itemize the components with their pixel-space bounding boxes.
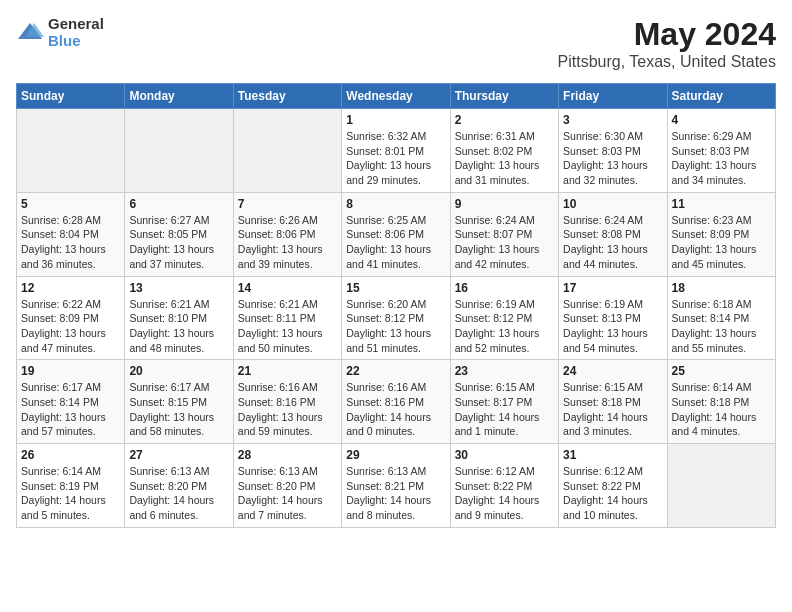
day-number: 1 (346, 113, 445, 127)
day-info: Sunrise: 6:17 AMSunset: 8:14 PMDaylight:… (21, 380, 120, 439)
calendar-cell: 7Sunrise: 6:26 AMSunset: 8:06 PMDaylight… (233, 192, 341, 276)
calendar-cell: 10Sunrise: 6:24 AMSunset: 8:08 PMDayligh… (559, 192, 667, 276)
calendar-cell: 4Sunrise: 6:29 AMSunset: 8:03 PMDaylight… (667, 109, 775, 193)
calendar-cell: 13Sunrise: 6:21 AMSunset: 8:10 PMDayligh… (125, 276, 233, 360)
day-number: 30 (455, 448, 554, 462)
calendar-cell: 25Sunrise: 6:14 AMSunset: 8:18 PMDayligh… (667, 360, 775, 444)
calendar-week-5: 26Sunrise: 6:14 AMSunset: 8:19 PMDayligh… (17, 444, 776, 528)
day-info: Sunrise: 6:24 AMSunset: 8:08 PMDaylight:… (563, 213, 662, 272)
calendar-cell: 9Sunrise: 6:24 AMSunset: 8:07 PMDaylight… (450, 192, 558, 276)
day-number: 16 (455, 281, 554, 295)
day-number: 3 (563, 113, 662, 127)
day-info: Sunrise: 6:12 AMSunset: 8:22 PMDaylight:… (455, 464, 554, 523)
day-number: 25 (672, 364, 771, 378)
header-tuesday: Tuesday (233, 84, 341, 109)
calendar-cell: 17Sunrise: 6:19 AMSunset: 8:13 PMDayligh… (559, 276, 667, 360)
header-monday: Monday (125, 84, 233, 109)
calendar-cell (233, 109, 341, 193)
day-info: Sunrise: 6:28 AMSunset: 8:04 PMDaylight:… (21, 213, 120, 272)
day-info: Sunrise: 6:25 AMSunset: 8:06 PMDaylight:… (346, 213, 445, 272)
header-sunday: Sunday (17, 84, 125, 109)
calendar-cell: 2Sunrise: 6:31 AMSunset: 8:02 PMDaylight… (450, 109, 558, 193)
day-info: Sunrise: 6:31 AMSunset: 8:02 PMDaylight:… (455, 129, 554, 188)
calendar-week-2: 5Sunrise: 6:28 AMSunset: 8:04 PMDaylight… (17, 192, 776, 276)
day-number: 24 (563, 364, 662, 378)
calendar-cell: 18Sunrise: 6:18 AMSunset: 8:14 PMDayligh… (667, 276, 775, 360)
calendar-cell: 30Sunrise: 6:12 AMSunset: 8:22 PMDayligh… (450, 444, 558, 528)
logo-icon (16, 19, 44, 47)
day-number: 26 (21, 448, 120, 462)
calendar-week-3: 12Sunrise: 6:22 AMSunset: 8:09 PMDayligh… (17, 276, 776, 360)
calendar-cell: 24Sunrise: 6:15 AMSunset: 8:18 PMDayligh… (559, 360, 667, 444)
day-info: Sunrise: 6:13 AMSunset: 8:20 PMDaylight:… (129, 464, 228, 523)
day-number: 23 (455, 364, 554, 378)
day-number: 5 (21, 197, 120, 211)
logo-text: General Blue (48, 16, 104, 49)
calendar-cell: 15Sunrise: 6:20 AMSunset: 8:12 PMDayligh… (342, 276, 450, 360)
calendar-cell: 31Sunrise: 6:12 AMSunset: 8:22 PMDayligh… (559, 444, 667, 528)
day-info: Sunrise: 6:13 AMSunset: 8:20 PMDaylight:… (238, 464, 337, 523)
day-number: 20 (129, 364, 228, 378)
day-number: 2 (455, 113, 554, 127)
day-number: 12 (21, 281, 120, 295)
logo: General Blue (16, 16, 104, 49)
calendar-cell: 11Sunrise: 6:23 AMSunset: 8:09 PMDayligh… (667, 192, 775, 276)
calendar-cell (17, 109, 125, 193)
calendar-cell: 27Sunrise: 6:13 AMSunset: 8:20 PMDayligh… (125, 444, 233, 528)
calendar-cell: 5Sunrise: 6:28 AMSunset: 8:04 PMDaylight… (17, 192, 125, 276)
day-info: Sunrise: 6:20 AMSunset: 8:12 PMDaylight:… (346, 297, 445, 356)
header-wednesday: Wednesday (342, 84, 450, 109)
calendar-cell: 14Sunrise: 6:21 AMSunset: 8:11 PMDayligh… (233, 276, 341, 360)
title-block: May 2024 Pittsburg, Texas, United States (558, 16, 776, 71)
calendar-cell (667, 444, 775, 528)
day-info: Sunrise: 6:19 AMSunset: 8:12 PMDaylight:… (455, 297, 554, 356)
day-number: 15 (346, 281, 445, 295)
day-info: Sunrise: 6:22 AMSunset: 8:09 PMDaylight:… (21, 297, 120, 356)
day-info: Sunrise: 6:13 AMSunset: 8:21 PMDaylight:… (346, 464, 445, 523)
day-info: Sunrise: 6:16 AMSunset: 8:16 PMDaylight:… (346, 380, 445, 439)
day-number: 18 (672, 281, 771, 295)
day-info: Sunrise: 6:21 AMSunset: 8:10 PMDaylight:… (129, 297, 228, 356)
day-number: 8 (346, 197, 445, 211)
logo-line1: General (48, 16, 104, 33)
calendar-cell: 23Sunrise: 6:15 AMSunset: 8:17 PMDayligh… (450, 360, 558, 444)
day-number: 11 (672, 197, 771, 211)
calendar-subtitle: Pittsburg, Texas, United States (558, 53, 776, 71)
calendar-cell: 26Sunrise: 6:14 AMSunset: 8:19 PMDayligh… (17, 444, 125, 528)
day-number: 6 (129, 197, 228, 211)
calendar-cell: 16Sunrise: 6:19 AMSunset: 8:12 PMDayligh… (450, 276, 558, 360)
day-info: Sunrise: 6:26 AMSunset: 8:06 PMDaylight:… (238, 213, 337, 272)
day-info: Sunrise: 6:18 AMSunset: 8:14 PMDaylight:… (672, 297, 771, 356)
calendar-cell: 12Sunrise: 6:22 AMSunset: 8:09 PMDayligh… (17, 276, 125, 360)
calendar-table: SundayMondayTuesdayWednesdayThursdayFrid… (16, 83, 776, 528)
day-number: 10 (563, 197, 662, 211)
day-number: 21 (238, 364, 337, 378)
day-number: 22 (346, 364, 445, 378)
calendar-cell: 20Sunrise: 6:17 AMSunset: 8:15 PMDayligh… (125, 360, 233, 444)
day-info: Sunrise: 6:16 AMSunset: 8:16 PMDaylight:… (238, 380, 337, 439)
calendar-cell: 21Sunrise: 6:16 AMSunset: 8:16 PMDayligh… (233, 360, 341, 444)
calendar-cell: 8Sunrise: 6:25 AMSunset: 8:06 PMDaylight… (342, 192, 450, 276)
day-number: 27 (129, 448, 228, 462)
day-info: Sunrise: 6:29 AMSunset: 8:03 PMDaylight:… (672, 129, 771, 188)
day-number: 17 (563, 281, 662, 295)
day-number: 9 (455, 197, 554, 211)
calendar-cell: 3Sunrise: 6:30 AMSunset: 8:03 PMDaylight… (559, 109, 667, 193)
day-info: Sunrise: 6:14 AMSunset: 8:19 PMDaylight:… (21, 464, 120, 523)
day-number: 19 (21, 364, 120, 378)
day-number: 7 (238, 197, 337, 211)
day-info: Sunrise: 6:23 AMSunset: 8:09 PMDaylight:… (672, 213, 771, 272)
day-number: 14 (238, 281, 337, 295)
calendar-week-1: 1Sunrise: 6:32 AMSunset: 8:01 PMDaylight… (17, 109, 776, 193)
calendar-cell: 22Sunrise: 6:16 AMSunset: 8:16 PMDayligh… (342, 360, 450, 444)
calendar-cell: 19Sunrise: 6:17 AMSunset: 8:14 PMDayligh… (17, 360, 125, 444)
calendar-title: May 2024 (558, 16, 776, 53)
page-header: General Blue May 2024 Pittsburg, Texas, … (16, 16, 776, 71)
day-info: Sunrise: 6:15 AMSunset: 8:17 PMDaylight:… (455, 380, 554, 439)
day-number: 31 (563, 448, 662, 462)
calendar-cell: 1Sunrise: 6:32 AMSunset: 8:01 PMDaylight… (342, 109, 450, 193)
day-info: Sunrise: 6:27 AMSunset: 8:05 PMDaylight:… (129, 213, 228, 272)
calendar-cell: 6Sunrise: 6:27 AMSunset: 8:05 PMDaylight… (125, 192, 233, 276)
calendar-week-4: 19Sunrise: 6:17 AMSunset: 8:14 PMDayligh… (17, 360, 776, 444)
day-info: Sunrise: 6:21 AMSunset: 8:11 PMDaylight:… (238, 297, 337, 356)
